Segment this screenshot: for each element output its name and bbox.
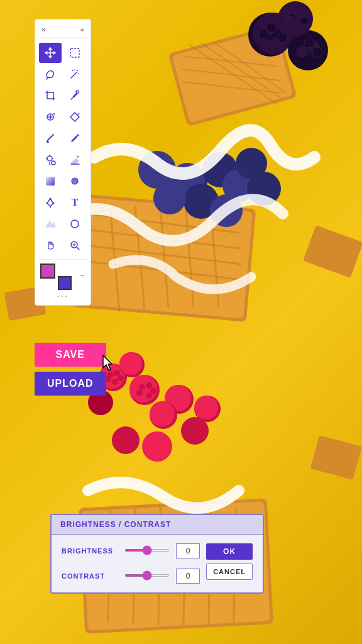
cancel-button[interactable]: CANCEL	[206, 564, 253, 580]
tool-clone-stamp[interactable]	[39, 150, 62, 170]
tool-gradient[interactable]	[39, 171, 62, 191]
tool-path-selection[interactable]	[39, 214, 62, 234]
svg-point-95	[76, 91, 79, 93]
save-button[interactable]: SAVE	[35, 343, 106, 367]
contrast-slider[interactable]	[124, 574, 170, 577]
contrast-input[interactable]: 0	[176, 569, 200, 584]
tool-smudge[interactable]	[63, 171, 86, 191]
svg-line-117	[77, 247, 79, 250]
svg-point-112	[47, 203, 48, 204]
tool-marquee[interactable]	[63, 43, 86, 63]
tool-eyedropper[interactable]	[63, 86, 86, 106]
tool-hand[interactable]	[39, 235, 62, 255]
toolbar-header: × «	[38, 25, 88, 38]
foreground-color[interactable]	[40, 264, 55, 279]
tool-lasso[interactable]	[39, 64, 62, 84]
background-color[interactable]	[58, 276, 72, 290]
svg-point-105	[52, 161, 55, 165]
cursor-pointer	[101, 354, 118, 378]
color-boxes[interactable]	[40, 264, 52, 286]
tool-type[interactable]: T	[63, 192, 86, 213]
brightness-slider-wrapper	[124, 549, 170, 553]
tool-brush[interactable]	[39, 128, 62, 148]
svg-line-94	[72, 70, 73, 71]
svg-line-92	[77, 70, 78, 71]
toolbar-panel: × «	[35, 19, 91, 306]
svg-rect-88	[70, 48, 79, 57]
dialog-fields: BRIGHTNESS 0 CONTRAST 0	[62, 543, 200, 584]
toolbar-close-button[interactable]: ×	[41, 26, 45, 33]
svg-line-96	[71, 98, 72, 99]
tool-crop[interactable]	[39, 86, 62, 106]
dialog-action-buttons: OK CANCEL	[206, 543, 253, 584]
svg-point-111	[50, 198, 52, 200]
brightness-row: BRIGHTNESS 0	[62, 543, 200, 558]
svg-point-107	[77, 156, 79, 158]
svg-rect-108	[46, 177, 55, 186]
svg-line-89	[47, 78, 48, 79]
tool-move[interactable]	[39, 43, 62, 63]
svg-point-101	[78, 113, 80, 115]
tool-zoom[interactable]	[63, 235, 86, 255]
svg-point-100	[53, 113, 55, 115]
upload-button[interactable]: UPLOAD	[35, 372, 106, 396]
dialog-content: BRIGHTNESS 0 CONTRAST 0 OK CANCEL	[52, 535, 263, 592]
toolbar-collapse-button[interactable]: «	[80, 26, 84, 33]
contrast-row: CONTRAST 0	[62, 569, 200, 584]
toolbar-tools-grid: T	[38, 42, 88, 257]
brightness-input[interactable]: 0	[176, 543, 200, 558]
contrast-slider-wrapper	[124, 574, 170, 578]
brightness-slider[interactable]	[124, 549, 170, 552]
swap-colors-icon[interactable]: ↔	[79, 272, 85, 279]
svg-point-115	[71, 220, 79, 228]
dialog-title: BRIGHTNESS / CONTRAST	[52, 515, 263, 535]
svg-point-102	[47, 141, 48, 143]
brightness-contrast-dialog: BRIGHTNESS / CONTRAST BRIGHTNESS 0 CONTR…	[50, 514, 264, 594]
contrast-label: CONTRAST	[62, 572, 118, 580]
tool-patch[interactable]	[63, 107, 86, 127]
tool-magic-wand[interactable]	[63, 64, 86, 84]
ok-button[interactable]: OK	[206, 543, 253, 560]
tool-healing-brush[interactable]	[39, 107, 62, 127]
svg-point-113	[53, 203, 55, 204]
svg-line-90	[71, 72, 77, 78]
tool-pen[interactable]	[39, 192, 62, 213]
svg-point-104	[47, 156, 52, 161]
color-section: ↔	[38, 259, 88, 287]
tool-pencil[interactable]	[63, 128, 86, 148]
brightness-label: BRIGHTNESS	[62, 547, 118, 555]
tool-shape[interactable]	[63, 214, 86, 234]
action-buttons: SAVE UPLOAD	[35, 343, 106, 396]
tool-eraser[interactable]	[63, 150, 86, 170]
